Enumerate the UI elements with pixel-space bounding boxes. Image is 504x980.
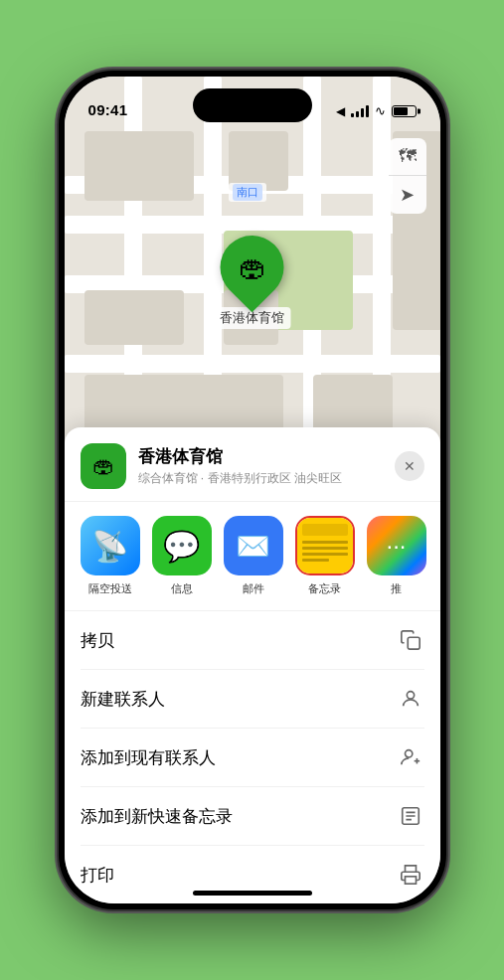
- copy-icon: [397, 626, 424, 654]
- share-airdrop[interactable]: 📡 隔空投送: [81, 516, 140, 596]
- more-icon: ···: [367, 516, 426, 575]
- dynamic-island: [193, 88, 312, 122]
- mail-label: 邮件: [243, 581, 264, 596]
- wifi-icon: ∿: [375, 103, 386, 118]
- map-label-south: 南口: [229, 183, 266, 202]
- phone-screen: 09:41 ◀ ∿: [65, 77, 440, 903]
- sheet-header: 🏟 香港体育馆 综合体育馆 · 香港特别行政区 油尖旺区 ✕: [65, 443, 440, 502]
- venue-emoji: 🏟: [92, 453, 114, 479]
- svg-rect-0: [408, 637, 420, 649]
- svg-point-1: [407, 692, 414, 699]
- map-layer-button[interactable]: 🗺: [389, 138, 426, 176]
- status-icons: ◀ ∿: [336, 103, 417, 118]
- pin-icon: 🏟: [239, 251, 266, 284]
- venue-name: 香港体育馆: [138, 445, 395, 468]
- action-print-label: 打印: [81, 864, 114, 887]
- venue-icon: 🏟: [81, 443, 126, 489]
- signal-bars: [351, 105, 369, 117]
- more-label: 推: [391, 581, 402, 596]
- location-button[interactable]: ➤: [389, 176, 426, 214]
- venue-subtitle: 综合体育馆 · 香港特别行政区 油尖旺区: [138, 470, 395, 487]
- location-icon: ◀: [336, 104, 345, 118]
- action-copy-label: 拷贝: [81, 629, 114, 652]
- action-add-contact[interactable]: 添加到现有联系人: [81, 729, 424, 787]
- action-new-contact-label: 新建联系人: [81, 688, 165, 711]
- status-time: 09:41: [88, 101, 128, 118]
- notes-icon: [295, 516, 355, 575]
- svg-rect-9: [405, 877, 416, 884]
- print-icon: [397, 861, 424, 889]
- messages-icon: 💬: [152, 516, 212, 575]
- action-quick-note-label: 添加到新快速备忘录: [81, 805, 233, 828]
- location-pin: 🏟 香港体育馆: [214, 236, 290, 329]
- share-row: 📡 隔空投送 💬 信息 ✉️ 邮件: [65, 502, 440, 611]
- add-contact-icon: [397, 743, 424, 771]
- close-icon: ✕: [404, 458, 416, 474]
- home-indicator: [193, 891, 312, 896]
- airdrop-icon: 📡: [81, 516, 140, 575]
- notes-label: 备忘录: [308, 581, 341, 596]
- share-notes[interactable]: 备忘录: [295, 516, 355, 596]
- bottom-sheet: 🏟 香港体育馆 综合体育馆 · 香港特别行政区 油尖旺区 ✕ 📡 隔空投送: [65, 427, 440, 903]
- battery-icon: [392, 105, 417, 117]
- share-more[interactable]: ··· 推: [367, 516, 426, 596]
- airdrop-label: 隔空投送: [88, 581, 132, 596]
- action-add-contact-label: 添加到现有联系人: [81, 746, 216, 769]
- phone-frame: 09:41 ◀ ∿: [59, 71, 446, 909]
- messages-label: 信息: [171, 581, 193, 596]
- share-mail[interactable]: ✉️ 邮件: [224, 516, 283, 596]
- venue-info: 香港体育馆 综合体育馆 · 香港特别行政区 油尖旺区: [138, 445, 395, 487]
- pin-circle: 🏟: [207, 223, 297, 313]
- map-controls: 🗺 ➤: [389, 138, 426, 214]
- quick-note-icon: [397, 802, 424, 830]
- location-arrow-icon: ➤: [400, 184, 415, 206]
- share-messages[interactable]: 💬 信息: [152, 516, 212, 596]
- action-quick-note[interactable]: 添加到新快速备忘录: [81, 787, 424, 846]
- action-new-contact[interactable]: 新建联系人: [81, 670, 424, 729]
- action-copy[interactable]: 拷贝: [81, 611, 424, 670]
- svg-point-2: [405, 750, 412, 757]
- new-contact-icon: [397, 685, 424, 713]
- map-layer-icon: 🗺: [399, 146, 417, 167]
- mail-icon: ✉️: [224, 516, 283, 575]
- action-list: 拷贝 新建联系人: [65, 611, 440, 903]
- close-button[interactable]: ✕: [395, 451, 424, 481]
